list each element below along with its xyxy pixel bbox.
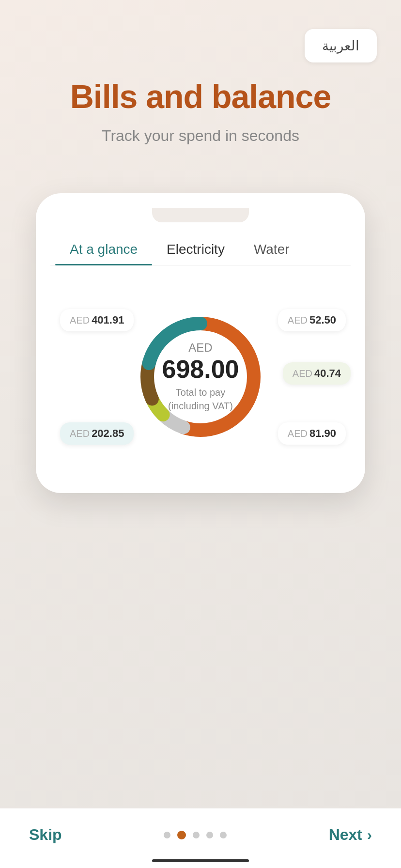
donut-center-label: AED 698.00 Total to pay (including VAT) xyxy=(162,341,239,413)
label-bottom-left: AED202.85 xyxy=(60,422,134,445)
header-section: Bills and balance Track your spend in se… xyxy=(0,0,401,164)
dot-1 xyxy=(164,832,170,838)
label-bl-amount: 202.85 xyxy=(92,427,124,439)
label-mr-amount: 40.74 xyxy=(314,367,341,379)
chart-area: AED401.91 AED52.50 AED40.74 AED202.85 AE… xyxy=(50,285,351,479)
donut-sublabel: Total to pay (including VAT) xyxy=(162,386,239,413)
tab-at-a-glance[interactable]: At a glance xyxy=(55,232,152,265)
label-tr-currency: AED xyxy=(288,315,308,326)
label-bl-currency: AED xyxy=(70,428,90,439)
donut-amount: 698.00 xyxy=(162,356,239,382)
chevron-right-icon: › xyxy=(367,827,372,843)
label-top-right: AED52.50 xyxy=(278,309,346,331)
label-mr-currency: AED xyxy=(293,368,312,379)
label-top-left: AED401.91 xyxy=(60,309,134,331)
label-bottom-right: AED81.90 xyxy=(278,422,346,445)
dot-5 xyxy=(220,832,227,838)
label-br-currency: AED xyxy=(288,428,308,439)
tab-electricity[interactable]: Electricity xyxy=(152,232,239,265)
skip-button[interactable]: Skip xyxy=(29,826,62,844)
dot-3 xyxy=(193,832,200,838)
phone-mockup-container: At a glance Electricity Water AED401.91 … xyxy=(0,193,401,493)
next-button[interactable]: Next › xyxy=(329,826,372,844)
label-mid-right: AED40.74 xyxy=(283,362,351,385)
page-title: Bills and balance xyxy=(0,78,401,115)
next-label: Next xyxy=(329,826,362,844)
donut-currency: AED xyxy=(162,341,239,355)
label-tl-currency: AED xyxy=(70,315,90,326)
phone-notch xyxy=(152,208,249,222)
tab-bar: At a glance Electricity Water xyxy=(50,232,351,265)
dot-4 xyxy=(206,832,213,838)
label-br-amount: 81.90 xyxy=(309,427,336,439)
pagination-dots xyxy=(164,831,227,839)
tab-water[interactable]: Water xyxy=(239,232,304,265)
label-tr-amount: 52.50 xyxy=(309,314,336,326)
language-button[interactable]: العربية xyxy=(305,29,377,62)
donut-chart: AED 698.00 Total to pay (including VAT) xyxy=(128,304,273,450)
home-indicator xyxy=(152,859,249,862)
page-subtitle: Track your spend in seconds xyxy=(0,127,401,145)
phone-mockup: At a glance Electricity Water AED401.91 … xyxy=(36,193,365,493)
label-tl-amount: 401.91 xyxy=(92,314,124,326)
dot-2-active xyxy=(177,831,186,839)
